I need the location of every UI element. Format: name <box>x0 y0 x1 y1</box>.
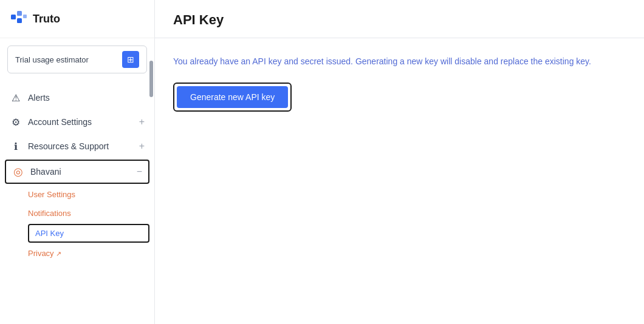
svg-rect-3 <box>23 15 27 18</box>
scrollbar-thumb <box>149 61 153 97</box>
truto-logo-icon <box>10 10 28 28</box>
bhavani-collapse-icon: − <box>137 166 142 177</box>
sidebar: Truto Trial usage estimator ⊞ ⚠ Alerts ⚙… <box>0 0 155 324</box>
api-key-info-text: You already have an API key and secret i… <box>173 55 626 68</box>
gear-icon: ⚙ <box>10 116 22 128</box>
svg-rect-1 <box>17 11 22 16</box>
sidebar-item-account-settings[interactable]: ⚙ Account Settings + <box>0 110 154 134</box>
page-title: API Key <box>173 12 626 28</box>
bhavani-label: Bhavani <box>30 167 131 177</box>
main-content: API Key You already have an API key and … <box>155 0 644 324</box>
trial-banner-label: Trial usage estimator <box>15 55 89 64</box>
svg-rect-0 <box>11 15 16 19</box>
trial-usage-estimator[interactable]: Trial usage estimator ⊞ <box>7 46 147 73</box>
logo-area: Truto <box>0 0 154 38</box>
sidebar-item-user-settings[interactable]: User Settings <box>28 185 154 204</box>
page-header: API Key <box>155 0 644 38</box>
bhavani-sub-nav: User Settings Notifications API Key Priv… <box>0 185 154 263</box>
sidebar-item-alerts[interactable]: ⚠ Alerts <box>0 86 154 110</box>
generate-api-key-button-wrapper: Generate new API key <box>173 83 292 112</box>
sidebar-item-notifications[interactable]: Notifications <box>28 204 154 223</box>
svg-rect-2 <box>17 18 22 23</box>
alert-icon: ⚠ <box>10 92 22 104</box>
resources-support-label: Resources & Support <box>28 141 133 151</box>
bhavani-icon: ◎ <box>12 166 24 178</box>
sidebar-item-bhavani[interactable]: ◎ Bhavani − <box>5 160 149 184</box>
info-icon: ℹ <box>10 140 22 152</box>
sidebar-item-privacy[interactable]: Privacy ↗ <box>28 244 154 263</box>
account-settings-label: Account Settings <box>28 117 133 127</box>
sidebar-nav: ⚠ Alerts ⚙ Account Settings + ℹ Resource… <box>0 81 154 324</box>
alerts-label: Alerts <box>28 93 145 103</box>
privacy-label: Privacy <box>28 249 56 258</box>
app-title: Truto <box>33 13 60 25</box>
content-area: You already have an API key and secret i… <box>155 38 644 129</box>
sidebar-item-resources-support[interactable]: ℹ Resources & Support + <box>0 134 154 158</box>
account-settings-expand-icon: + <box>139 116 145 127</box>
sidebar-item-api-key[interactable]: API Key <box>28 224 149 243</box>
trial-icon: ⊞ <box>122 51 139 68</box>
generate-api-key-button[interactable]: Generate new API key <box>177 86 288 108</box>
resources-expand-icon: + <box>139 141 145 152</box>
external-link-icon: ↗ <box>56 250 61 257</box>
